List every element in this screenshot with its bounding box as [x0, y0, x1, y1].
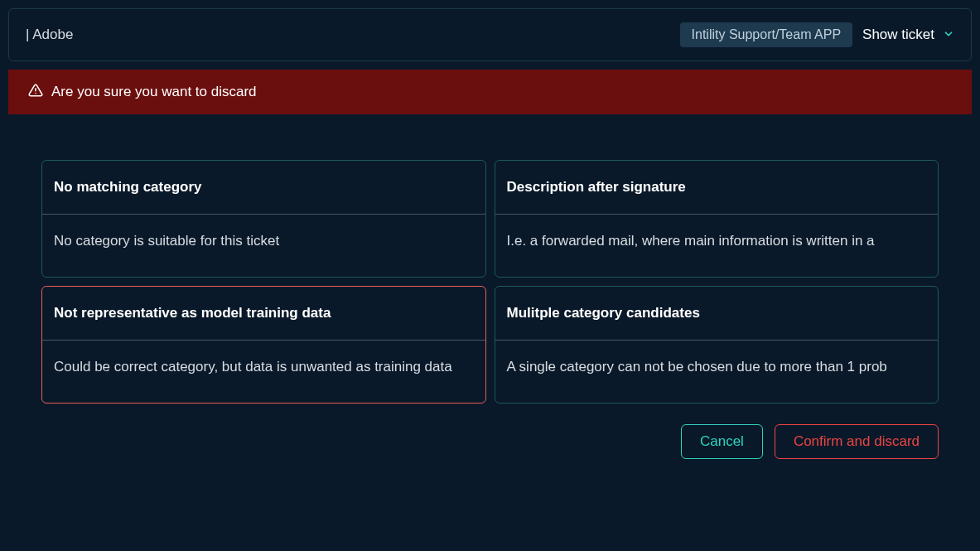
team-badge: Intility Support/Team APP	[680, 22, 853, 47]
card-title: Description after signature	[495, 161, 939, 215]
page-title: | Adobe	[26, 27, 73, 43]
card-body: No category is suitable for this ticket	[42, 215, 485, 277]
header-bar: | Adobe Intility Support/Team APP Show t…	[8, 8, 972, 61]
card-title: Not representative as model training dat…	[42, 287, 485, 341]
confirm-discard-button[interactable]: Confirm and discard	[775, 424, 939, 459]
warning-icon	[28, 83, 43, 101]
title-text: Adobe	[32, 27, 73, 42]
card-title: No matching category	[42, 161, 485, 215]
card-body: I.e. a forwarded mail, where main inform…	[495, 215, 939, 277]
card-body: Could be correct category, but data is u…	[42, 341, 485, 403]
show-ticket-label: Show ticket	[862, 27, 934, 43]
actions-bar: Cancel Confirm and discard	[0, 416, 980, 467]
card-body: A single category can not be chosen due …	[495, 341, 939, 403]
discard-reason-card-not-representative[interactable]: Not representative as model training dat…	[41, 286, 486, 404]
chevron-down-icon	[943, 28, 954, 42]
cancel-button[interactable]: Cancel	[681, 424, 763, 459]
discard-reason-card-multiple-candidates[interactable]: Mulitple category candidates A single ca…	[495, 286, 939, 404]
show-ticket-dropdown[interactable]: Show ticket	[862, 27, 954, 43]
warning-text: Are you sure you want to discard	[51, 84, 257, 100]
warning-banner: Are you sure you want to discard	[8, 70, 972, 114]
discard-reason-card-description-after-signature[interactable]: Description after signature I.e. a forwa…	[495, 160, 939, 278]
discard-reason-card-no-matching[interactable]: No matching category No category is suit…	[41, 160, 486, 278]
title-prefix: |	[26, 27, 32, 42]
cards-grid: No matching category No category is suit…	[0, 152, 980, 412]
header-right: Intility Support/Team APP Show ticket	[680, 22, 954, 47]
card-title: Mulitple category candidates	[495, 287, 939, 341]
